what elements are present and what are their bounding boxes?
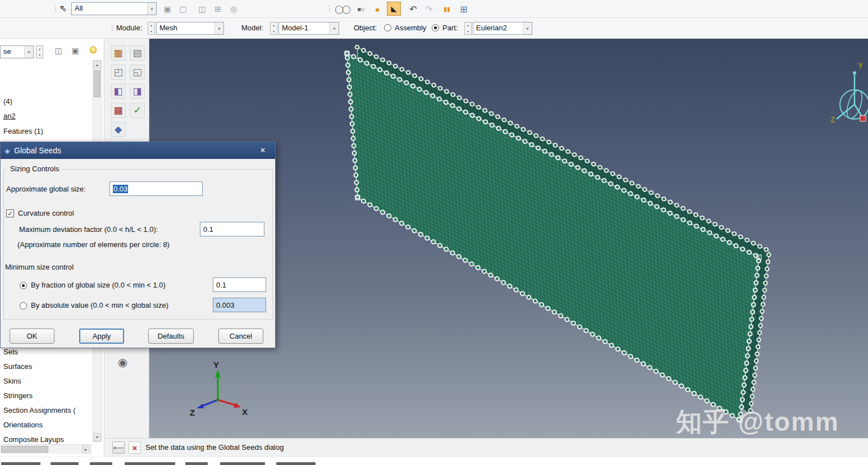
element-type-icon[interactable]: ◨ (130, 84, 145, 99)
redo-icon[interactable]: ↷ (422, 2, 436, 16)
chevron-down-icon[interactable]: ▾ (24, 46, 33, 58)
undo-icon[interactable]: ↶ (406, 2, 420, 16)
model-value: Model-1 (279, 22, 330, 34)
fraction-option-label[interactable]: By fraction of global size (0.0 < min < … (31, 281, 166, 289)
toolbar-drag-handle[interactable]: ⋮ (52, 4, 60, 13)
tree-item[interactable]: Composite Layups (3, 434, 64, 445)
module-spinner[interactable]: ▴ ▾ (148, 22, 155, 35)
target-icon[interactable]: ◎ (227, 2, 240, 16)
wireframe-render-icon[interactable]: ●○ (351, 2, 368, 16)
global-seeds-dialog: ◈ Global Seeds × Sizing Controls Approxi… (0, 142, 276, 348)
fraction-radio[interactable] (20, 282, 27, 289)
max-deviation-input[interactable]: 0.1 (200, 222, 264, 236)
abaqus-dialog-icon: ◈ (4, 147, 10, 155)
spinner-up-icon[interactable]: ▴ (271, 22, 277, 29)
chevron-down-icon[interactable]: ▾ (147, 3, 156, 15)
dialog-titlebar[interactable]: ◈ Global Seeds (1, 142, 275, 159)
contextbar-drag-handle[interactable]: ⋮ (108, 23, 116, 32)
assembly-radio[interactable] (384, 24, 391, 31)
cropped-text-fragment (1, 462, 40, 465)
tree-item[interactable]: Skins (3, 376, 21, 387)
shaded-render-icon[interactable]: ◯◯ (334, 2, 350, 16)
previous-step-icon[interactable]: ⟵ (112, 441, 125, 454)
chevron-down-icon[interactable]: ▾ (214, 22, 223, 34)
edit-mesh-icon[interactable]: ◆ (111, 122, 126, 137)
scrollbar-thumb[interactable] (94, 70, 100, 97)
ok-button[interactable]: OK (10, 329, 54, 344)
model-spinner[interactable]: ▴ ▾ (270, 22, 277, 35)
spinner-up-icon[interactable]: ▴ (36, 46, 43, 52)
scroll-right-icon[interactable]: ► (82, 445, 90, 453)
verify-mesh-icon[interactable]: ✓ (130, 103, 145, 118)
tree-item[interactable]: Section Assignments ( (3, 405, 76, 416)
defaults-button[interactable]: Defaults (148, 329, 194, 344)
absolute-radio[interactable] (20, 302, 27, 309)
scroll-up-icon[interactable]: ▲ (93, 61, 101, 69)
copy-panel-icon[interactable]: ◫ (52, 44, 65, 57)
tree-item[interactable]: Features (1) (3, 126, 43, 137)
box-select-icon[interactable]: ▢ (176, 2, 190, 16)
spinner-down-icon[interactable]: ▾ (36, 52, 43, 58)
tree-item[interactable]: Orientations (3, 420, 43, 431)
cropped-text-fragment (220, 462, 265, 465)
select-cursor-icon[interactable]: ⇖ (60, 3, 67, 13)
part-radio[interactable] (432, 24, 439, 31)
seed-part-icon[interactable]: ▦ (111, 45, 126, 61)
mesh-part-icon[interactable]: ◰ (111, 65, 126, 80)
spinner-down-icon[interactable]: ▾ (465, 29, 471, 35)
tree-horizontal-scrollbar[interactable]: ► (0, 444, 92, 454)
tree-item[interactable]: Surfaces (3, 361, 32, 372)
scroll-down-icon[interactable]: ▼ (93, 433, 101, 441)
seed-edge-icon[interactable]: ▤ (130, 45, 145, 61)
calculator-icon[interactable]: ⊞ (457, 2, 470, 16)
part-option-label[interactable]: Part: (442, 24, 458, 32)
query-tools-icon[interactable]: ◉ (115, 354, 130, 370)
link-panel-icon[interactable]: ▣ (68, 44, 82, 57)
nav-cube-icon[interactable] (860, 116, 866, 121)
lightbulb-icon[interactable] (90, 46, 97, 53)
delete-mesh-icon[interactable]: ▩ (111, 103, 126, 118)
cancel-button[interactable]: Cancel (218, 329, 263, 344)
tree-item[interactable]: Sets (3, 347, 18, 358)
chart-icon[interactable]: ▮▮ (440, 2, 454, 16)
model-combo[interactable]: Model-1 ▾ (278, 22, 339, 35)
part-combo[interactable]: Eulerian2 ▾ (473, 22, 532, 35)
chevron-down-icon[interactable]: ▾ (330, 22, 339, 34)
fraction-input[interactable]: 0.1 (213, 277, 266, 292)
cancel-procedure-icon[interactable]: × (129, 441, 141, 454)
grid-icon[interactable]: ⊞ (211, 2, 225, 16)
curvature-checkbox[interactable]: ✓ (6, 209, 14, 217)
copy-icon[interactable]: ▣ (161, 2, 174, 16)
view-orientation-triad[interactable]: Y Z (830, 61, 868, 124)
spinner-up-icon[interactable]: ▴ (465, 22, 471, 29)
tree-item[interactable]: (4) (3, 96, 12, 107)
elements-per-circle-note: (Approximate number of elements per circ… (17, 240, 170, 249)
tree-filter-combo[interactable]: se ▾ (0, 45, 34, 58)
orange-circle-icon[interactable]: ● (371, 2, 384, 16)
spinner-up-icon[interactable]: ▴ (148, 22, 154, 29)
mesh-region-icon[interactable]: ◱ (130, 65, 145, 80)
spinner-down-icon[interactable]: ▾ (271, 29, 277, 35)
tree-item-selected[interactable]: an2 (3, 111, 16, 122)
window-select-icon[interactable]: ◫ (195, 2, 209, 16)
close-icon[interactable]: × (256, 144, 269, 157)
absolute-input[interactable]: 0.003 (213, 298, 266, 312)
mesh-controls-icon[interactable]: ◧ (111, 84, 126, 99)
chevron-down-icon[interactable]: ▾ (523, 22, 532, 34)
tree-spinner[interactable]: ▴ ▾ (36, 45, 43, 58)
part-spinner[interactable]: ▴ ▾ (464, 22, 472, 35)
vertex-marker (355, 195, 360, 200)
tree-item[interactable]: Stringers (3, 390, 33, 402)
module-combo[interactable]: Mesh ▾ (156, 22, 224, 35)
approx-size-input[interactable]: 0.03 (109, 181, 203, 196)
curvature-label[interactable]: Curvature control (18, 209, 74, 217)
apply-button[interactable]: Apply (79, 329, 124, 344)
active-rotate-tool-icon[interactable]: ◣ (387, 2, 401, 16)
spinner-down-icon[interactable]: ▾ (148, 29, 154, 35)
meshed-part[interactable] (345, 47, 769, 422)
selection-scope-combo[interactable]: All ▾ (71, 2, 157, 15)
assembly-option-label[interactable]: Assembly (395, 24, 426, 32)
toolbar-separator: ⋮ (326, 4, 334, 13)
scrollbar-thumb[interactable] (1, 446, 48, 453)
absolute-option-label[interactable]: By absolute value (0.0 < min < global si… (31, 301, 168, 309)
